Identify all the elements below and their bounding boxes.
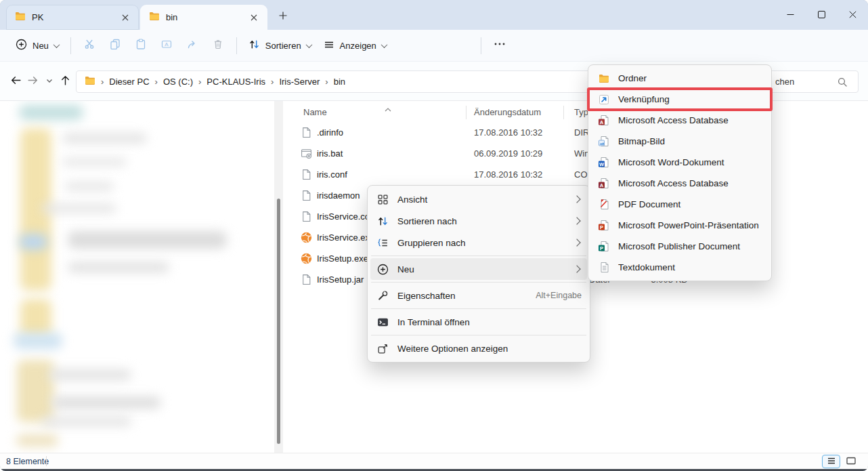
plus-icon xyxy=(278,11,288,23)
context-menu-item-eigenschaften[interactable]: EigenschaftenAlt+Eingabe xyxy=(370,285,587,306)
toolbar-divider xyxy=(236,37,237,54)
new-submenu-item-textdokument[interactable]: Textdokument xyxy=(591,257,768,278)
close-button[interactable] xyxy=(837,0,868,30)
view-button[interactable]: Anzeigen xyxy=(318,34,393,57)
navigation-pane-blurred xyxy=(0,101,284,453)
share-button[interactable] xyxy=(179,34,205,57)
cut-button[interactable] xyxy=(77,34,102,57)
svg-text:A: A xyxy=(600,182,604,188)
large-icons-view-icon xyxy=(846,457,856,467)
delete-button[interactable] xyxy=(205,34,231,57)
maximize-button[interactable] xyxy=(806,0,837,30)
view-lines-icon xyxy=(324,39,334,52)
svg-text:A: A xyxy=(165,41,169,47)
wrench-icon xyxy=(377,290,389,302)
copy-button[interactable] xyxy=(102,34,128,57)
sort-arrows-icon xyxy=(248,39,260,52)
new-submenu-item-microsoft-access-database[interactable]: AMicrosoft Access Database xyxy=(591,110,768,131)
column-header-name[interactable]: Name xyxy=(303,107,327,117)
blurred-content xyxy=(51,396,161,409)
menu-item-label: Textdokument xyxy=(618,262,763,272)
toolbar: Neu A Sortieren Anzeigen xyxy=(0,30,868,62)
file-name: IrisService.exe xyxy=(317,232,374,243)
column-divider[interactable] xyxy=(466,106,466,119)
file-icon xyxy=(301,169,312,180)
new-submenu-item-bitmap-bild[interactable]: Bitmap-Bild xyxy=(591,131,768,152)
batch-file-icon xyxy=(301,148,312,159)
close-icon xyxy=(849,9,856,21)
menu-item-label: Microsoft Access Database xyxy=(618,115,763,125)
shortcut-icon xyxy=(598,94,609,105)
sort-button[interactable]: Sortieren xyxy=(242,34,318,57)
folder-icon xyxy=(598,73,609,84)
breadcrumb[interactable]: ›Dieser PC›OS (C:)›PC-KLAUS-Iris›Iris-Se… xyxy=(76,70,590,93)
new-submenu-item-microsoft-publisher-document[interactable]: PMicrosoft Publisher Document xyxy=(591,236,768,257)
text-icon xyxy=(598,262,609,273)
titlebar: PKbin xyxy=(0,0,868,30)
new-submenu-item-ordner[interactable]: Ordner xyxy=(591,68,768,89)
blurred-content xyxy=(62,158,127,166)
tab-pk[interactable]: PK xyxy=(6,5,139,30)
new-submenu-item-microsoft-powerpoint-präsentation[interactable]: PMicrosoft PowerPoint-Präsentation xyxy=(591,215,768,236)
up-button[interactable] xyxy=(54,70,76,92)
chevron-right-icon xyxy=(573,265,580,272)
table-row[interactable]: .dirinfo17.08.2016 10:32DIR xyxy=(284,122,868,143)
rename-icon: A xyxy=(161,39,172,52)
explorer-window: PKbin Neu A Sortieren Anzeigen xyxy=(0,0,868,471)
minimize-button[interactable] xyxy=(775,0,806,30)
more-options-button[interactable] xyxy=(487,34,513,57)
breadcrumb-items: ›Dieser PC›OS (C:)›PC-KLAUS-Iris›Iris-Se… xyxy=(95,77,345,87)
breadcrumb-separator-icon: › xyxy=(325,77,328,87)
tab-bin[interactable]: bin xyxy=(140,5,267,30)
access-icon: A xyxy=(598,115,609,126)
menu-item-label: Bitmap-Bild xyxy=(618,136,763,146)
forward-arrow-icon xyxy=(27,75,39,89)
menu-item-label: Microsoft Publisher Document xyxy=(618,241,763,251)
large-icons-view-button[interactable] xyxy=(843,455,859,468)
file-name: iris.bat xyxy=(317,148,343,159)
table-row[interactable]: iris.bat06.09.2019 10:29Win xyxy=(284,143,868,164)
breadcrumb-item-dieser-pc[interactable]: Dieser PC xyxy=(109,77,149,87)
context-menu-item-ansicht[interactable]: Ansicht xyxy=(370,188,587,210)
menu-separator xyxy=(371,282,586,283)
breadcrumb-item-iris-server[interactable]: Iris-Server xyxy=(279,77,320,87)
breadcrumb-item-pc-klaus-iris[interactable]: PC-KLAUS-Iris xyxy=(207,77,265,87)
minimize-icon xyxy=(787,9,794,21)
breadcrumb-separator-icon: › xyxy=(101,77,104,87)
new-submenu-item-verknüpfung[interactable]: Verknüpfung xyxy=(591,89,768,110)
details-view-button[interactable] xyxy=(822,455,840,468)
new-submenu-item-pdf-document[interactable]: PDF Document xyxy=(591,194,768,215)
new-item-button[interactable]: Neu xyxy=(9,34,65,57)
installer-file-icon xyxy=(301,253,312,264)
new-tab-button[interactable] xyxy=(273,7,293,26)
tab-close-button[interactable] xyxy=(117,9,133,26)
breadcrumb-item-os-c[interactable]: OS (C:) xyxy=(163,77,193,87)
toolbar-divider xyxy=(70,37,71,54)
svg-text:P: P xyxy=(600,224,603,230)
blurred-content xyxy=(14,333,62,349)
paste-icon xyxy=(135,39,146,52)
folder-icon xyxy=(85,75,95,88)
context-menu-item-neu[interactable]: Neu xyxy=(370,258,587,280)
menu-separator xyxy=(371,255,586,256)
breadcrumb-item-bin[interactable]: bin xyxy=(334,77,345,87)
tab-close-button[interactable] xyxy=(246,9,262,26)
column-divider[interactable] xyxy=(563,106,564,119)
sidebar-scrollbar-thumb[interactable] xyxy=(277,199,280,444)
context-menu-item-sortieren-nach[interactable]: Sortieren nach xyxy=(370,210,587,232)
context-menu-item-weitere-optionen-anzeigen[interactable]: Weitere Optionen anzeigen xyxy=(370,337,587,359)
blurred-content xyxy=(62,134,147,143)
context-menu-item-gruppieren-nach[interactable]: Gruppieren nach xyxy=(370,232,587,253)
file-date: 17.08.2016 10:32 xyxy=(474,169,542,180)
column-header-date[interactable]: Änderungsdatum xyxy=(474,107,541,117)
new-submenu-item-microsoft-access-database[interactable]: AMicrosoft Access Database xyxy=(591,173,768,194)
svg-text:W: W xyxy=(599,161,605,167)
group-icon xyxy=(377,237,389,249)
context-menu-item-in-terminal-öffnen[interactable]: In Terminal öffnen xyxy=(370,311,587,333)
new-submenu-item-microsoft-word-dokument[interactable]: WMicrosoft Word-Dokument xyxy=(591,152,768,173)
rename-button[interactable]: A xyxy=(154,34,179,57)
table-row[interactable]: iris.conf17.08.2016 10:32CO xyxy=(284,164,868,185)
paste-button[interactable] xyxy=(128,34,154,57)
column-header-type[interactable]: Typ xyxy=(574,107,588,117)
maximize-icon xyxy=(818,9,825,21)
